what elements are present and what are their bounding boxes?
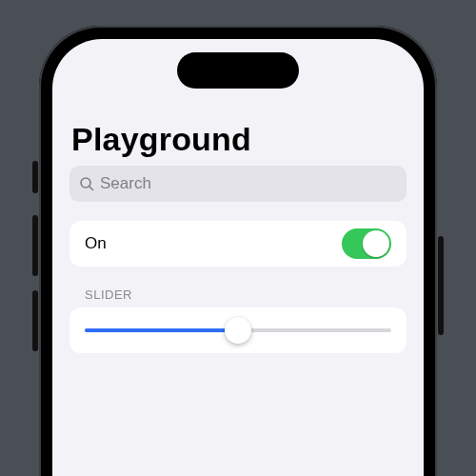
side-button-power[interactable] bbox=[438, 236, 444, 335]
toggle-switch[interactable] bbox=[342, 228, 391, 259]
search-icon bbox=[79, 176, 94, 191]
toggle-label: On bbox=[85, 234, 107, 253]
phone-screen: Playground Search On SLIDER bbox=[52, 39, 424, 476]
toggle-knob bbox=[363, 230, 389, 257]
phone-frame: Playground Search On SLIDER bbox=[39, 26, 437, 476]
svg-line-1 bbox=[89, 187, 93, 190]
slider[interactable] bbox=[85, 317, 391, 344]
toggle-row: On bbox=[69, 221, 407, 267]
slider-thumb[interactable] bbox=[225, 317, 251, 344]
slider-fill bbox=[85, 328, 238, 332]
page-title: Playground bbox=[71, 121, 407, 158]
slider-row bbox=[69, 307, 407, 353]
content-area: Playground Search On SLIDER bbox=[52, 39, 424, 353]
side-button-vol-up[interactable] bbox=[32, 215, 38, 276]
side-button-vol-down[interactable] bbox=[32, 290, 38, 351]
search-input[interactable]: Search bbox=[69, 166, 407, 202]
side-button-silence[interactable] bbox=[32, 161, 38, 193]
search-placeholder: Search bbox=[100, 174, 397, 193]
slider-section-header: SLIDER bbox=[85, 288, 407, 302]
